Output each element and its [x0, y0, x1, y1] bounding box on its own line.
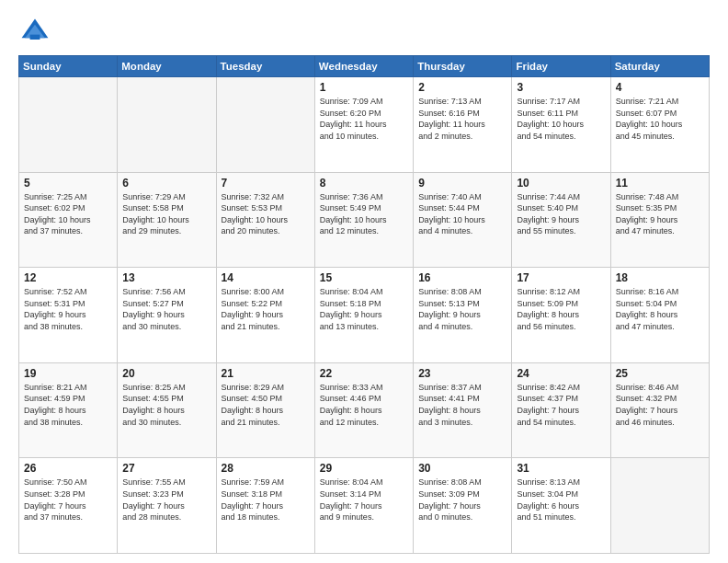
calendar-cell: 29Sunrise: 8:04 AM Sunset: 3:14 PM Dayli… — [314, 458, 413, 554]
day-number: 29 — [320, 462, 408, 475]
calendar-cell — [19, 77, 118, 173]
day-number: 4 — [616, 81, 704, 94]
weekday-header-saturday: Saturday — [610, 56, 709, 77]
day-number: 13 — [122, 271, 210, 284]
day-number: 1 — [320, 81, 408, 94]
day-info: Sunrise: 8:04 AM Sunset: 3:14 PM Dayligh… — [320, 477, 408, 523]
calendar-cell: 12Sunrise: 7:52 AM Sunset: 5:31 PM Dayli… — [19, 268, 118, 363]
calendar-cell: 4Sunrise: 7:21 AM Sunset: 6:07 PM Daylig… — [610, 77, 709, 173]
day-number: 7 — [222, 177, 310, 190]
day-number: 2 — [418, 81, 506, 94]
day-number: 14 — [222, 271, 310, 284]
calendar-cell: 21Sunrise: 8:29 AM Sunset: 4:50 PM Dayli… — [216, 362, 314, 458]
weekday-header-tuesday: Tuesday — [216, 56, 314, 77]
weekday-header-wednesday: Wednesday — [314, 56, 413, 77]
day-info: Sunrise: 8:46 AM Sunset: 4:32 PM Dayligh… — [616, 382, 704, 428]
page: SundayMondayTuesdayWednesdayThursdayFrid… — [0, 0, 728, 563]
day-info: Sunrise: 7:17 AM Sunset: 6:11 PM Dayligh… — [517, 96, 605, 142]
day-number: 21 — [222, 367, 310, 380]
calendar-cell: 18Sunrise: 8:16 AM Sunset: 5:04 PM Dayli… — [610, 268, 709, 363]
calendar-cell: 14Sunrise: 8:00 AM Sunset: 5:22 PM Dayli… — [216, 268, 314, 363]
calendar-cell: 16Sunrise: 8:08 AM Sunset: 5:13 PM Dayli… — [414, 268, 512, 363]
day-info: Sunrise: 8:25 AM Sunset: 4:55 PM Dayligh… — [122, 382, 210, 428]
calendar-cell: 3Sunrise: 7:17 AM Sunset: 6:11 PM Daylig… — [512, 77, 610, 173]
day-info: Sunrise: 7:52 AM Sunset: 5:31 PM Dayligh… — [24, 286, 112, 332]
weekday-header-monday: Monday — [118, 56, 216, 77]
day-info: Sunrise: 8:12 AM Sunset: 5:09 PM Dayligh… — [517, 286, 605, 332]
calendar-week-3: 12Sunrise: 7:52 AM Sunset: 5:31 PM Dayli… — [19, 268, 710, 363]
day-number: 16 — [418, 271, 506, 284]
day-number: 23 — [418, 367, 506, 380]
day-info: Sunrise: 7:50 AM Sunset: 3:28 PM Dayligh… — [24, 477, 112, 523]
logo — [18, 15, 55, 48]
calendar-cell: 8Sunrise: 7:36 AM Sunset: 5:49 PM Daylig… — [314, 172, 413, 268]
day-info: Sunrise: 8:42 AM Sunset: 4:37 PM Dayligh… — [517, 382, 605, 428]
day-info: Sunrise: 7:56 AM Sunset: 5:27 PM Dayligh… — [122, 286, 210, 332]
day-info: Sunrise: 7:44 AM Sunset: 5:40 PM Dayligh… — [517, 191, 605, 237]
day-number: 8 — [320, 177, 408, 190]
day-number: 9 — [418, 177, 506, 190]
day-info: Sunrise: 7:29 AM Sunset: 5:58 PM Dayligh… — [122, 191, 210, 237]
calendar-cell: 2Sunrise: 7:13 AM Sunset: 6:16 PM Daylig… — [414, 77, 512, 173]
day-info: Sunrise: 8:04 AM Sunset: 5:18 PM Dayligh… — [320, 286, 408, 332]
day-number: 18 — [616, 271, 704, 284]
day-number: 11 — [616, 177, 704, 190]
logo-icon — [18, 15, 51, 48]
calendar-cell: 28Sunrise: 7:59 AM Sunset: 3:18 PM Dayli… — [216, 458, 314, 554]
day-number: 28 — [222, 462, 310, 475]
day-number: 31 — [517, 462, 605, 475]
day-info: Sunrise: 8:29 AM Sunset: 4:50 PM Dayligh… — [222, 382, 310, 428]
calendar-week-1: 1Sunrise: 7:09 AM Sunset: 6:20 PM Daylig… — [19, 77, 710, 173]
day-info: Sunrise: 8:13 AM Sunset: 3:04 PM Dayligh… — [517, 477, 605, 523]
calendar-cell: 27Sunrise: 7:55 AM Sunset: 3:23 PM Dayli… — [118, 458, 216, 554]
calendar-week-2: 5Sunrise: 7:25 AM Sunset: 6:02 PM Daylig… — [19, 172, 710, 268]
day-info: Sunrise: 7:40 AM Sunset: 5:44 PM Dayligh… — [418, 191, 506, 237]
calendar-cell: 11Sunrise: 7:48 AM Sunset: 5:35 PM Dayli… — [610, 172, 709, 268]
day-info: Sunrise: 7:55 AM Sunset: 3:23 PM Dayligh… — [122, 477, 210, 523]
day-info: Sunrise: 7:21 AM Sunset: 6:07 PM Dayligh… — [616, 96, 704, 142]
day-info: Sunrise: 7:48 AM Sunset: 5:35 PM Dayligh… — [616, 191, 704, 237]
day-number: 22 — [320, 367, 408, 380]
calendar-cell — [118, 77, 216, 173]
calendar-cell: 1Sunrise: 7:09 AM Sunset: 6:20 PM Daylig… — [314, 77, 413, 173]
calendar-cell: 5Sunrise: 7:25 AM Sunset: 6:02 PM Daylig… — [19, 172, 118, 268]
calendar-cell — [610, 458, 709, 554]
day-info: Sunrise: 7:36 AM Sunset: 5:49 PM Dayligh… — [320, 191, 408, 237]
calendar-cell: 10Sunrise: 7:44 AM Sunset: 5:40 PM Dayli… — [512, 172, 610, 268]
day-info: Sunrise: 8:37 AM Sunset: 4:41 PM Dayligh… — [418, 382, 506, 428]
calendar-cell: 30Sunrise: 8:08 AM Sunset: 3:09 PM Dayli… — [414, 458, 512, 554]
day-info: Sunrise: 8:08 AM Sunset: 3:09 PM Dayligh… — [418, 477, 506, 523]
calendar-cell: 20Sunrise: 8:25 AM Sunset: 4:55 PM Dayli… — [118, 362, 216, 458]
calendar-cell: 6Sunrise: 7:29 AM Sunset: 5:58 PM Daylig… — [118, 172, 216, 268]
calendar-cell: 9Sunrise: 7:40 AM Sunset: 5:44 PM Daylig… — [414, 172, 512, 268]
weekday-header-sunday: Sunday — [19, 56, 118, 77]
calendar-cell: 24Sunrise: 8:42 AM Sunset: 4:37 PM Dayli… — [512, 362, 610, 458]
calendar-week-4: 19Sunrise: 8:21 AM Sunset: 4:59 PM Dayli… — [19, 362, 710, 458]
day-info: Sunrise: 8:33 AM Sunset: 4:46 PM Dayligh… — [320, 382, 408, 428]
calendar-cell: 31Sunrise: 8:13 AM Sunset: 3:04 PM Dayli… — [512, 458, 610, 554]
day-info: Sunrise: 8:08 AM Sunset: 5:13 PM Dayligh… — [418, 286, 506, 332]
calendar-cell: 26Sunrise: 7:50 AM Sunset: 3:28 PM Dayli… — [19, 458, 118, 554]
calendar-cell: 7Sunrise: 7:32 AM Sunset: 5:53 PM Daylig… — [216, 172, 314, 268]
day-info: Sunrise: 8:00 AM Sunset: 5:22 PM Dayligh… — [222, 286, 310, 332]
weekday-header-thursday: Thursday — [414, 56, 512, 77]
day-info: Sunrise: 7:32 AM Sunset: 5:53 PM Dayligh… — [222, 191, 310, 237]
day-number: 25 — [616, 367, 704, 380]
day-info: Sunrise: 7:09 AM Sunset: 6:20 PM Dayligh… — [320, 96, 408, 142]
calendar-cell: 23Sunrise: 8:37 AM Sunset: 4:41 PM Dayli… — [414, 362, 512, 458]
day-number: 15 — [320, 271, 408, 284]
day-number: 17 — [517, 271, 605, 284]
day-number: 19 — [24, 367, 112, 380]
day-number: 30 — [418, 462, 506, 475]
svg-rect-2 — [30, 35, 40, 40]
day-number: 3 — [517, 81, 605, 94]
day-info: Sunrise: 8:16 AM Sunset: 5:04 PM Dayligh… — [616, 286, 704, 332]
day-info: Sunrise: 7:59 AM Sunset: 3:18 PM Dayligh… — [222, 477, 310, 523]
calendar-cell — [216, 77, 314, 173]
calendar-cell: 25Sunrise: 8:46 AM Sunset: 4:32 PM Dayli… — [610, 362, 709, 458]
day-number: 12 — [24, 271, 112, 284]
header — [18, 15, 710, 48]
day-number: 24 — [517, 367, 605, 380]
day-info: Sunrise: 8:21 AM Sunset: 4:59 PM Dayligh… — [24, 382, 112, 428]
calendar-cell: 15Sunrise: 8:04 AM Sunset: 5:18 PM Dayli… — [314, 268, 413, 363]
